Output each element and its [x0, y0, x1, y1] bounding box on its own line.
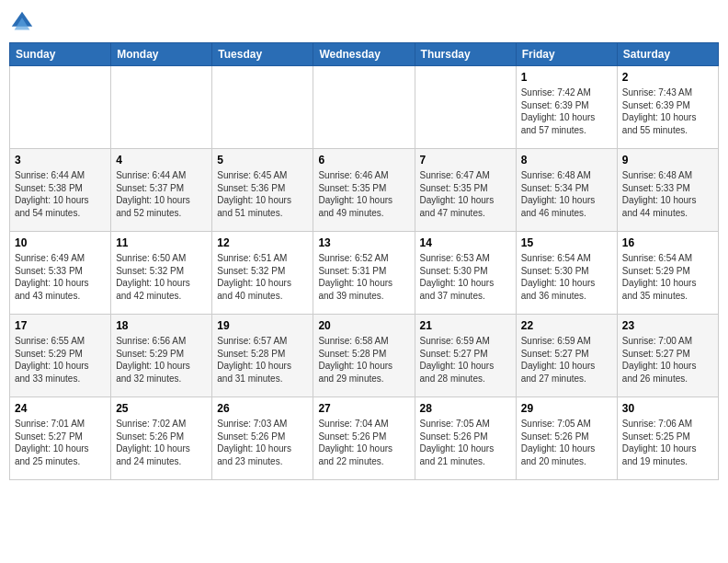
day-cell [415, 66, 516, 149]
day-number: 30 [622, 401, 713, 416]
day-info: Sunrise: 6:54 AM Sunset: 5:30 PM Dayligh… [521, 252, 612, 302]
day-cell: 30Sunrise: 7:06 AM Sunset: 5:25 PM Dayli… [617, 397, 718, 480]
calendar-body: 1Sunrise: 7:42 AM Sunset: 6:39 PM Daylig… [10, 66, 719, 480]
day-number: 16 [622, 236, 713, 250]
day-cell: 18Sunrise: 6:56 AM Sunset: 5:29 PM Dayli… [111, 315, 212, 397]
calendar: SundayMondayTuesdayWednesdayThursdayFrid… [9, 42, 719, 480]
day-cell [212, 66, 313, 149]
weekday-header-saturday: Saturday [617, 43, 718, 66]
weekday-header-monday: Monday [111, 43, 212, 66]
day-cell: 25Sunrise: 7:02 AM Sunset: 5:26 PM Dayli… [111, 397, 212, 480]
day-number: 3 [15, 153, 106, 167]
day-number: 23 [622, 318, 713, 333]
day-info: Sunrise: 7:42 AM Sunset: 6:39 PM Dayligh… [521, 86, 612, 136]
day-cell [10, 66, 111, 149]
day-number: 29 [521, 401, 612, 416]
day-cell: 28Sunrise: 7:05 AM Sunset: 5:26 PM Dayli… [415, 397, 516, 480]
day-cell: 26Sunrise: 7:03 AM Sunset: 5:26 PM Dayli… [212, 397, 313, 480]
day-info: Sunrise: 6:55 AM Sunset: 5:29 PM Dayligh… [15, 335, 106, 385]
week-row-0: 1Sunrise: 7:42 AM Sunset: 6:39 PM Daylig… [10, 66, 719, 149]
day-cell: 12Sunrise: 6:51 AM Sunset: 5:32 PM Dayli… [212, 232, 313, 315]
day-info: Sunrise: 6:57 AM Sunset: 5:28 PM Dayligh… [217, 335, 308, 385]
day-cell: 20Sunrise: 6:58 AM Sunset: 5:28 PM Dayli… [313, 315, 415, 397]
day-info: Sunrise: 7:01 AM Sunset: 5:27 PM Dayligh… [15, 418, 106, 467]
day-number: 19 [217, 318, 308, 333]
day-info: Sunrise: 6:54 AM Sunset: 5:29 PM Dayligh… [622, 252, 713, 302]
page-header [9, 9, 719, 35]
day-info: Sunrise: 7:02 AM Sunset: 5:26 PM Dayligh… [116, 418, 207, 467]
weekday-header-row: SundayMondayTuesdayWednesdayThursdayFrid… [10, 43, 719, 66]
day-cell: 17Sunrise: 6:55 AM Sunset: 5:29 PM Dayli… [10, 315, 111, 397]
day-number: 28 [420, 401, 511, 416]
day-cell: 11Sunrise: 6:50 AM Sunset: 5:32 PM Dayli… [111, 232, 212, 315]
day-cell: 24Sunrise: 7:01 AM Sunset: 5:27 PM Dayli… [10, 397, 111, 480]
day-cell: 7Sunrise: 6:47 AM Sunset: 5:35 PM Daylig… [415, 149, 516, 232]
day-cell: 19Sunrise: 6:57 AM Sunset: 5:28 PM Dayli… [212, 315, 313, 397]
day-cell: 3Sunrise: 6:44 AM Sunset: 5:38 PM Daylig… [10, 149, 111, 232]
day-number: 10 [15, 236, 106, 250]
day-cell: 21Sunrise: 6:59 AM Sunset: 5:27 PM Dayli… [415, 315, 516, 397]
day-cell: 16Sunrise: 6:54 AM Sunset: 5:29 PM Dayli… [617, 232, 718, 315]
day-cell: 8Sunrise: 6:48 AM Sunset: 5:34 PM Daylig… [516, 149, 617, 232]
day-info: Sunrise: 7:04 AM Sunset: 5:26 PM Dayligh… [318, 418, 409, 467]
day-cell: 23Sunrise: 7:00 AM Sunset: 5:27 PM Dayli… [617, 315, 718, 397]
weekday-header-wednesday: Wednesday [313, 43, 415, 66]
day-number: 24 [15, 401, 106, 416]
day-info: Sunrise: 7:03 AM Sunset: 5:26 PM Dayligh… [217, 418, 308, 467]
day-info: Sunrise: 6:52 AM Sunset: 5:31 PM Dayligh… [318, 252, 409, 302]
day-number: 11 [116, 236, 207, 250]
day-number: 25 [116, 401, 207, 416]
day-number: 18 [116, 318, 207, 333]
day-cell: 9Sunrise: 6:48 AM Sunset: 5:33 PM Daylig… [617, 149, 718, 232]
day-info: Sunrise: 6:50 AM Sunset: 5:32 PM Dayligh… [116, 252, 207, 302]
day-number: 6 [318, 153, 409, 167]
week-row-2: 10Sunrise: 6:49 AM Sunset: 5:33 PM Dayli… [10, 232, 719, 315]
day-number: 15 [521, 236, 612, 250]
day-cell: 14Sunrise: 6:53 AM Sunset: 5:30 PM Dayli… [415, 232, 516, 315]
day-info: Sunrise: 6:56 AM Sunset: 5:29 PM Dayligh… [116, 335, 207, 385]
day-cell: 1Sunrise: 7:42 AM Sunset: 6:39 PM Daylig… [516, 66, 617, 149]
day-info: Sunrise: 6:59 AM Sunset: 5:27 PM Dayligh… [420, 335, 511, 385]
day-number: 5 [217, 153, 308, 167]
day-number: 12 [217, 236, 308, 250]
day-info: Sunrise: 6:45 AM Sunset: 5:36 PM Dayligh… [217, 169, 308, 219]
weekday-header-sunday: Sunday [10, 43, 111, 66]
day-number: 9 [622, 153, 713, 167]
day-info: Sunrise: 7:05 AM Sunset: 5:26 PM Dayligh… [420, 418, 511, 467]
day-number: 14 [420, 236, 511, 250]
day-cell: 6Sunrise: 6:46 AM Sunset: 5:35 PM Daylig… [313, 149, 415, 232]
day-info: Sunrise: 6:47 AM Sunset: 5:35 PM Dayligh… [420, 169, 511, 219]
week-row-1: 3Sunrise: 6:44 AM Sunset: 5:38 PM Daylig… [10, 149, 719, 232]
day-number: 17 [15, 318, 106, 333]
week-row-4: 24Sunrise: 7:01 AM Sunset: 5:27 PM Dayli… [10, 397, 719, 480]
day-number: 1 [521, 70, 612, 85]
day-cell [111, 66, 212, 149]
day-number: 8 [521, 153, 612, 167]
day-info: Sunrise: 6:46 AM Sunset: 5:35 PM Dayligh… [318, 169, 409, 219]
day-number: 4 [116, 153, 207, 167]
day-info: Sunrise: 7:43 AM Sunset: 6:39 PM Dayligh… [622, 86, 713, 136]
day-cell: 27Sunrise: 7:04 AM Sunset: 5:26 PM Dayli… [313, 397, 415, 480]
day-info: Sunrise: 6:58 AM Sunset: 5:28 PM Dayligh… [318, 335, 409, 385]
day-cell: 5Sunrise: 6:45 AM Sunset: 5:36 PM Daylig… [212, 149, 313, 232]
day-number: 27 [318, 401, 409, 416]
day-info: Sunrise: 6:44 AM Sunset: 5:37 PM Dayligh… [116, 169, 207, 219]
day-number: 22 [521, 318, 612, 333]
day-cell: 22Sunrise: 6:59 AM Sunset: 5:27 PM Dayli… [516, 315, 617, 397]
day-cell: 2Sunrise: 7:43 AM Sunset: 6:39 PM Daylig… [617, 66, 718, 149]
day-info: Sunrise: 7:00 AM Sunset: 5:27 PM Dayligh… [622, 335, 713, 385]
weekday-header-tuesday: Tuesday [212, 43, 313, 66]
weekday-header-friday: Friday [516, 43, 617, 66]
day-cell: 4Sunrise: 6:44 AM Sunset: 5:37 PM Daylig… [111, 149, 212, 232]
day-number: 7 [420, 153, 511, 167]
day-number: 20 [318, 318, 409, 333]
day-number: 21 [420, 318, 511, 333]
day-info: Sunrise: 6:48 AM Sunset: 5:33 PM Dayligh… [622, 169, 713, 219]
week-row-3: 17Sunrise: 6:55 AM Sunset: 5:29 PM Dayli… [10, 315, 719, 397]
day-info: Sunrise: 7:06 AM Sunset: 5:25 PM Dayligh… [622, 418, 713, 467]
day-cell [313, 66, 415, 149]
day-info: Sunrise: 6:51 AM Sunset: 5:32 PM Dayligh… [217, 252, 308, 302]
day-number: 2 [622, 70, 713, 85]
logo [9, 9, 39, 35]
day-info: Sunrise: 7:05 AM Sunset: 5:26 PM Dayligh… [521, 418, 612, 467]
